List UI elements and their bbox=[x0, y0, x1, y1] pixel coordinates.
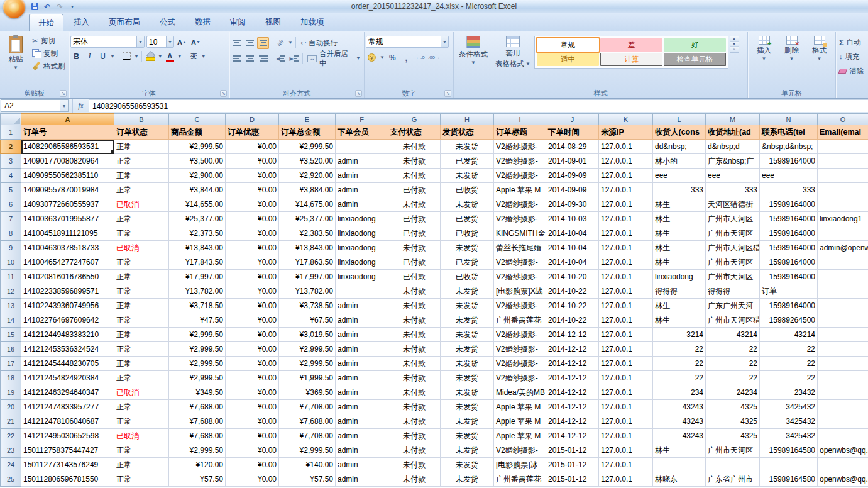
cell-I19[interactable]: Midea/美的MB bbox=[494, 385, 546, 400]
cell-O2[interactable] bbox=[818, 140, 868, 154]
cell-H10[interactable]: 已发货 bbox=[441, 255, 494, 270]
cell-I9[interactable]: 蕾丝长拖尾婚 bbox=[494, 241, 546, 255]
cell-O7[interactable]: linxiaodong1 bbox=[818, 212, 868, 226]
cell-L5[interactable]: 333 bbox=[653, 183, 706, 197]
cell-J4[interactable]: 2014-09-09 bbox=[546, 169, 599, 183]
row-header-7[interactable]: 7 bbox=[1, 212, 21, 226]
cell-D7[interactable]: ¥0.00 bbox=[226, 212, 279, 226]
cell-K13[interactable]: 127.0.0.1 bbox=[599, 299, 653, 313]
cell-L3[interactable]: 林小的 bbox=[653, 154, 706, 169]
cell-E20[interactable]: ¥7,708.00 bbox=[279, 400, 336, 414]
cell-J21[interactable]: 2014-12-12 bbox=[546, 414, 599, 429]
column-header-A[interactable]: A bbox=[21, 114, 114, 125]
row-header-1[interactable]: 1 bbox=[1, 125, 21, 140]
cell-F17[interactable]: admin bbox=[336, 357, 388, 371]
row-header-25[interactable]: 25 bbox=[1, 472, 21, 487]
cell-D11[interactable]: ¥0.00 bbox=[226, 270, 279, 284]
cell-J14[interactable]: 2014-10-22 bbox=[546, 313, 599, 328]
bold-button[interactable]: B bbox=[70, 50, 82, 62]
shrink-font-button[interactable]: A▼ bbox=[190, 36, 202, 48]
cell-K21[interactable]: 127.0.0.1 bbox=[599, 414, 653, 429]
cell-A25[interactable]: 150112806596781550 bbox=[21, 472, 114, 487]
cell-E7[interactable]: ¥25,377.00 bbox=[279, 212, 336, 226]
cell-H8[interactable]: 已收货 bbox=[441, 226, 494, 241]
cell-F4[interactable]: admin bbox=[336, 169, 388, 183]
cell-J9[interactable]: 2014-10-04 bbox=[546, 241, 599, 255]
cell-O9[interactable]: admin@openwb bbox=[818, 241, 868, 255]
name-box[interactable]: A2▼ bbox=[1, 99, 69, 112]
cell-N1[interactable]: 联系电话(tel bbox=[760, 125, 818, 140]
cell-G17[interactable]: 未付款 bbox=[388, 357, 441, 371]
cell-A7[interactable]: 141003637019955877 bbox=[21, 212, 114, 226]
cell-K2[interactable]: 127.0.0.1 bbox=[599, 140, 653, 154]
cell-J19[interactable]: 2014-12-12 bbox=[546, 385, 599, 400]
cell-B13[interactable]: 正常 bbox=[114, 299, 169, 313]
paste-button[interactable]: 粘贴 ▼ bbox=[1, 33, 30, 73]
cell-H17[interactable]: 未发货 bbox=[441, 357, 494, 371]
cell-K24[interactable]: 127.0.0.1 bbox=[599, 458, 653, 472]
cell-L6[interactable]: 林生 bbox=[653, 197, 706, 212]
cell-H3[interactable]: 已发货 bbox=[441, 154, 494, 169]
cell-B14[interactable]: 正常 bbox=[114, 313, 169, 328]
cell-E22[interactable]: ¥7,708.00 bbox=[279, 429, 336, 443]
clipboard-dialog-launcher[interactable]: ↘ bbox=[60, 90, 67, 97]
cell-L7[interactable]: 林生 bbox=[653, 212, 706, 226]
cell-L9[interactable]: 林生 bbox=[653, 241, 706, 255]
cell-G7[interactable]: 已付款 bbox=[388, 212, 441, 226]
cell-F2[interactable] bbox=[336, 140, 388, 154]
cell-B21[interactable]: 正常 bbox=[114, 414, 169, 429]
column-header-I[interactable]: I bbox=[494, 114, 546, 125]
cell-L20[interactable]: 43243 bbox=[653, 400, 706, 414]
cell-N18[interactable]: 22 bbox=[760, 371, 818, 385]
cell-K11[interactable]: 127.0.0.1 bbox=[599, 270, 653, 284]
cell-D17[interactable]: ¥0.00 bbox=[226, 357, 279, 371]
cell-I18[interactable]: V2婚纱摄影- bbox=[494, 371, 546, 385]
cell-K4[interactable]: 127.0.0.1 bbox=[599, 169, 653, 183]
cell-K12[interactable]: 127.0.0.1 bbox=[599, 284, 653, 299]
cell-N10[interactable]: 15989164000 bbox=[760, 255, 818, 270]
cell-M23[interactable]: 广州市天河区 bbox=[706, 443, 760, 458]
cell-N5[interactable]: 333 bbox=[760, 183, 818, 197]
cell-F13[interactable]: admin bbox=[336, 299, 388, 313]
cell-C12[interactable]: ¥13,782.00 bbox=[169, 284, 226, 299]
increase-indent-button[interactable]: ▶ bbox=[288, 53, 300, 65]
cell-E23[interactable]: ¥2,999.50 bbox=[279, 443, 336, 458]
cell-F9[interactable]: linxiaodong bbox=[336, 241, 388, 255]
redo-button[interactable]: ↷ bbox=[54, 1, 65, 12]
cell-I12[interactable]: [电影购票]X战 bbox=[494, 284, 546, 299]
italic-button[interactable]: I bbox=[84, 50, 96, 62]
cell-D13[interactable]: ¥0.00 bbox=[226, 299, 279, 313]
cell-E14[interactable]: ¥67.50 bbox=[279, 313, 336, 328]
tab-加载项[interactable]: 加载项 bbox=[291, 13, 334, 31]
cell-G14[interactable]: 未付款 bbox=[388, 313, 441, 328]
align-left-button[interactable] bbox=[231, 53, 243, 65]
cell-C1[interactable]: 商品金额 bbox=[169, 125, 226, 140]
tab-插入[interactable]: 插入 bbox=[64, 13, 99, 31]
cell-B9[interactable]: 已取消 bbox=[114, 241, 169, 255]
cell-E18[interactable]: ¥1,999.50 bbox=[279, 371, 336, 385]
cell-G3[interactable]: 未付款 bbox=[388, 154, 441, 169]
gallery-up-button[interactable]: ▲ bbox=[730, 36, 739, 42]
cell-L10[interactable]: 林生 bbox=[653, 255, 706, 270]
clear-button[interactable]: 清除 bbox=[837, 65, 865, 77]
cell-H2[interactable]: 未发货 bbox=[441, 140, 494, 154]
underline-button[interactable]: U bbox=[97, 50, 109, 62]
cell-C24[interactable]: ¥120.00 bbox=[169, 458, 226, 472]
decrease-indent-button[interactable]: ◀ bbox=[275, 53, 287, 65]
cell-G19[interactable]: 未付款 bbox=[388, 385, 441, 400]
borders-button[interactable] bbox=[121, 50, 133, 62]
cell-B22[interactable]: 已取消 bbox=[114, 429, 169, 443]
cell-style-常规[interactable]: 常规 bbox=[537, 38, 599, 52]
cell-E9[interactable]: ¥13,843.00 bbox=[279, 241, 336, 255]
cell-F25[interactable]: admin bbox=[336, 472, 388, 487]
cell-J1[interactable]: 下单时间 bbox=[546, 125, 599, 140]
cell-M22[interactable]: 4325 bbox=[706, 429, 760, 443]
cell-I20[interactable]: Apple 苹果 M bbox=[494, 400, 546, 414]
cell-I14[interactable]: 广州番禺莲花 bbox=[494, 313, 546, 328]
cell-C10[interactable]: ¥17,843.50 bbox=[169, 255, 226, 270]
cell-C13[interactable]: ¥3,718.50 bbox=[169, 299, 226, 313]
cell-O19[interactable] bbox=[818, 385, 868, 400]
column-header-B[interactable]: B bbox=[114, 114, 169, 125]
cell-E16[interactable]: ¥2,999.50 bbox=[279, 342, 336, 357]
cell-G5[interactable]: 已付款 bbox=[388, 183, 441, 197]
